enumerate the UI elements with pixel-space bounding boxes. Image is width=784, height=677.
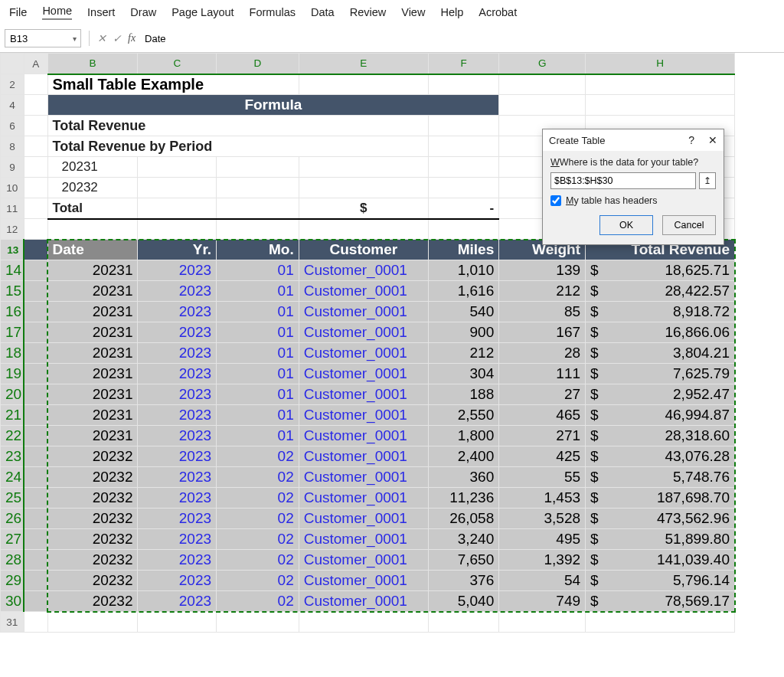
cell[interactable] — [299, 157, 428, 178]
cell-yr[interactable]: 2023 — [138, 529, 217, 550]
th-miles[interactable]: Miles — [428, 240, 498, 260]
cell[interactable] — [24, 550, 47, 571]
cell-yr[interactable]: 2023 — [138, 281, 217, 302]
row-header-17[interactable]: 17 — [1, 322, 24, 343]
row-header-20[interactable]: 20 — [1, 384, 24, 405]
ribbon-tab-formulas[interactable]: Formulas — [250, 6, 296, 18]
headers-checkbox[interactable] — [550, 195, 561, 206]
cell-yr[interactable]: 2023 — [138, 467, 217, 488]
cell-customer[interactable]: Customer_0001 — [299, 405, 428, 426]
cell-mo[interactable]: 02 — [217, 488, 299, 509]
cell-miles[interactable]: 2,400 — [428, 446, 498, 467]
cell-customer[interactable]: Customer_0001 — [299, 384, 428, 405]
row-header-21[interactable]: 21 — [1, 405, 24, 426]
row-header-25[interactable]: 25 — [1, 488, 24, 509]
cell-customer[interactable]: Customer_0001 — [299, 322, 428, 343]
cell[interactable] — [138, 157, 217, 178]
cell[interactable] — [428, 157, 498, 178]
cell-customer[interactable]: Customer_0001 — [299, 302, 428, 322]
cell-miles[interactable]: 360 — [428, 467, 498, 488]
row-header-4[interactable]: 4 — [1, 95, 24, 116]
cell-mo[interactable]: 02 — [217, 591, 299, 612]
cell-miles[interactable]: 376 — [428, 571, 498, 591]
cell[interactable] — [299, 74, 428, 95]
cell-date[interactable]: 20232 — [47, 467, 138, 488]
cell[interactable] — [428, 219, 498, 240]
ribbon-tab-view[interactable]: View — [401, 6, 425, 18]
cell[interactable] — [499, 74, 586, 95]
cell[interactable] — [428, 178, 498, 198]
cell-yr[interactable]: 2023 — [138, 488, 217, 509]
cell-date[interactable]: 20232 — [47, 591, 138, 612]
fx-icon[interactable]: fx — [128, 32, 136, 44]
cell[interactable] — [217, 219, 299, 240]
cell-date[interactable]: 20231 — [47, 426, 138, 446]
total-dollar[interactable]: $ — [299, 198, 428, 219]
row-header-11[interactable]: 11 — [1, 198, 24, 219]
cell-date[interactable]: 20232 — [47, 446, 138, 467]
th-mo[interactable]: Mo. — [217, 240, 299, 260]
cell-date[interactable]: 20232 — [47, 550, 138, 571]
range-input[interactable] — [550, 172, 696, 189]
cell[interactable] — [24, 446, 47, 467]
cell[interactable] — [428, 136, 498, 157]
cell-miles[interactable]: 26,058 — [428, 509, 498, 529]
cell-miles[interactable]: 304 — [428, 364, 498, 384]
cell-customer[interactable]: Customer_0001 — [299, 467, 428, 488]
cell[interactable] — [24, 384, 47, 405]
cell-date[interactable]: 20231 — [47, 302, 138, 322]
row-header-27[interactable]: 27 — [1, 529, 24, 550]
cell-date[interactable]: 20231 — [47, 260, 138, 281]
cell[interactable] — [24, 343, 47, 364]
cell[interactable] — [428, 74, 498, 95]
cell-yr[interactable]: 2023 — [138, 322, 217, 343]
cell-miles[interactable]: 11,236 — [428, 488, 498, 509]
cell[interactable] — [299, 219, 428, 240]
cell[interactable] — [24, 364, 47, 384]
cell-miles[interactable]: 188 — [428, 384, 498, 405]
accept-icon[interactable]: ✓ — [113, 32, 122, 45]
cell-revenue[interactable]: 43,076.28 — [586, 446, 735, 467]
cell[interactable] — [47, 612, 138, 633]
cell[interactable] — [24, 240, 47, 260]
ribbon-tab-data[interactable]: Data — [311, 6, 335, 18]
cell-revenue[interactable]: 51,899.80 — [586, 529, 735, 550]
cell[interactable] — [24, 405, 47, 426]
row-header-13[interactable]: 13 — [1, 240, 24, 260]
cell-mo[interactable]: 01 — [217, 384, 299, 405]
row-header-2[interactable]: 2 — [1, 74, 24, 95]
cell-revenue[interactable]: 473,562.96 — [586, 509, 735, 529]
row-header-22[interactable]: 22 — [1, 426, 24, 446]
cell-mo[interactable]: 02 — [217, 467, 299, 488]
column-header-G[interactable]: G — [499, 54, 586, 74]
cell-yr[interactable]: 2023 — [138, 364, 217, 384]
cell-miles[interactable]: 1,616 — [428, 281, 498, 302]
cell[interactable] — [499, 612, 586, 633]
cell[interactable] — [24, 74, 47, 95]
cell-weight[interactable]: 54 — [499, 571, 586, 591]
cell-yr[interactable]: 2023 — [138, 384, 217, 405]
cell[interactable] — [217, 178, 299, 198]
cell[interactable] — [138, 178, 217, 198]
cell-miles[interactable]: 1,010 — [428, 260, 498, 281]
row-header-18[interactable]: 18 — [1, 343, 24, 364]
row-header-14[interactable]: 14 — [1, 260, 24, 281]
ribbon-tab-page-layout[interactable]: Page Layout — [172, 6, 234, 18]
cell-revenue[interactable]: 187,698.70 — [586, 488, 735, 509]
row-header-12[interactable]: 12 — [1, 219, 24, 240]
row-header-19[interactable]: 19 — [1, 364, 24, 384]
row-header-31[interactable]: 31 — [1, 612, 24, 633]
total-dash[interactable]: - — [428, 198, 498, 219]
cell-yr[interactable]: 2023 — [138, 260, 217, 281]
column-header-H[interactable]: H — [586, 54, 735, 74]
row-header-29[interactable]: 29 — [1, 571, 24, 591]
row-header-9[interactable]: 9 — [1, 157, 24, 178]
cell-miles[interactable]: 3,240 — [428, 529, 498, 550]
cell-miles[interactable]: 212 — [428, 343, 498, 364]
cell-yr[interactable]: 2023 — [138, 446, 217, 467]
row-header-8[interactable]: 8 — [1, 136, 24, 157]
cell-revenue[interactable]: 18,625.71 — [586, 260, 735, 281]
cell-yr[interactable]: 2023 — [138, 302, 217, 322]
cell-weight[interactable]: 167 — [499, 322, 586, 343]
cell-weight[interactable]: 749 — [499, 591, 586, 612]
